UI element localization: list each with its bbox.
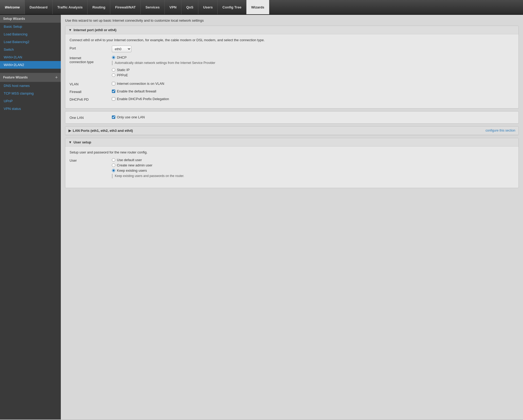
dhcp-helper-text: Automatically obtain network settings fr… xyxy=(115,61,215,65)
nav-traffic-analysis[interactable]: Traffic Analysis xyxy=(53,0,88,14)
nav-services[interactable]: Services xyxy=(141,0,165,14)
use-default-option: Use default user xyxy=(112,158,514,162)
setup-wizards-header: Setup Wizards xyxy=(0,15,61,23)
port-label: Port xyxy=(70,46,112,50)
one-lan-body: One LAN Only use one LAN xyxy=(65,111,519,123)
port-control: eth0 eth1 eth2 eth3 eth4 xyxy=(112,46,514,52)
one-lan-label: One LAN xyxy=(70,115,112,120)
one-lan-section: One LAN Only use one LAN xyxy=(65,111,519,124)
sidebar-item-basic-setup[interactable]: Basic Setup xyxy=(0,23,61,30)
use-default-label: Use default user xyxy=(117,158,142,162)
internet-port-title-area: ▼ Internet port (eth0 or eth4) xyxy=(68,28,116,32)
sidebar-item-switch[interactable]: Switch xyxy=(0,46,61,53)
pppoe-label: PPPoE xyxy=(117,73,128,77)
dhcpv6-control: Enable DHCPv6 Prefix Delegation xyxy=(112,97,514,101)
keep-existing-helper-line xyxy=(112,174,113,178)
internet-port-body: Connect eth0 or eth4 to your Internet co… xyxy=(65,34,519,108)
user-label: User xyxy=(70,158,112,162)
firewall-checkbox-label: Enable the default firewall xyxy=(117,89,156,93)
sidebar-item-upnp[interactable]: UPnP xyxy=(0,97,61,105)
lan-ports-header[interactable]: ▶ LAN Ports (eth1, eth2, eth3 and eth4) … xyxy=(65,127,519,135)
dhcp-option: DHCP xyxy=(112,55,514,59)
dhcpv6-row: DHCPv6 PD Enable DHCPv6 Prefix Delegatio… xyxy=(70,97,514,101)
feature-wizards-add-icon[interactable]: + xyxy=(55,75,58,80)
firewall-label: Firewall xyxy=(70,89,112,94)
content-area: Use this wizard to set up basic Internet… xyxy=(61,15,523,419)
firewall-control: Enable the default firewall xyxy=(112,89,514,93)
one-lan-row: One LAN Only use one LAN xyxy=(70,115,514,120)
dhcpv6-checkbox[interactable] xyxy=(112,97,115,101)
user-control: Use default user Create new admin user K… xyxy=(112,158,514,181)
connection-type-row: Internetconnection type DHCP Automatical… xyxy=(70,55,514,78)
pppoe-radio[interactable] xyxy=(112,73,115,77)
dhcp-radio[interactable] xyxy=(112,56,115,59)
user-setup-triangle-icon: ▼ xyxy=(68,140,72,144)
sidebar-item-wan2lan[interactable]: WAN+2LAN xyxy=(0,53,61,61)
use-default-radio[interactable] xyxy=(112,158,115,162)
create-new-option: Create new admin user xyxy=(112,163,514,167)
pppoe-option: PPPoE xyxy=(112,73,514,77)
vlan-row: VLAN Internet connection is on VLAN xyxy=(70,82,514,86)
nav-dashboard[interactable]: Dashboard xyxy=(25,0,53,14)
top-navigation: Welcome Dashboard Traffic Analysis Routi… xyxy=(0,0,523,15)
intro-text: Use this wizard to set up basic Internet… xyxy=(65,18,519,22)
user-row: User Use default user Create new admin u… xyxy=(70,158,514,181)
firewall-checkbox-option: Enable the default firewall xyxy=(112,89,514,93)
sidebar-item-load-balancing[interactable]: Load Balancing xyxy=(0,30,61,38)
one-lan-checkbox-option: Only use one LAN xyxy=(112,115,514,119)
one-lan-checkbox[interactable] xyxy=(112,115,115,119)
internet-port-section: ▼ Internet port (eth0 or eth4) Connect e… xyxy=(65,26,519,109)
connection-type-label: Internetconnection type xyxy=(70,55,112,64)
sidebar-item-wan2lan2[interactable]: WAN+2LAN2 xyxy=(0,61,61,69)
keep-existing-label: Keep existing users xyxy=(117,169,147,172)
user-setup-header[interactable]: ▼ User setup xyxy=(65,138,519,147)
keep-existing-helper-block: Keep existing users and passwords on the… xyxy=(112,174,514,178)
firewall-row: Firewall Enable the default firewall xyxy=(70,89,514,94)
static-ip-option: Static IP xyxy=(112,68,514,72)
nav-welcome[interactable]: Welcome xyxy=(0,0,25,14)
sidebar-item-tcp-mss-clamping[interactable]: TCP MSS clamping xyxy=(0,90,61,97)
sidebar-item-dns-host-names[interactable]: DNS host names xyxy=(0,82,61,90)
user-setup-title: User setup xyxy=(74,140,91,144)
configure-section-link[interactable]: configure this section xyxy=(485,129,515,132)
dhcp-helper-line xyxy=(112,61,113,65)
one-lan-checkbox-label: Only use one LAN xyxy=(117,115,145,119)
create-new-radio[interactable] xyxy=(112,164,115,167)
user-setup-description: Setup user and password for the new rout… xyxy=(70,150,514,154)
static-ip-radio[interactable] xyxy=(112,68,115,72)
vlan-checkbox[interactable] xyxy=(112,82,115,85)
port-row: Port eth0 eth1 eth2 eth3 eth4 xyxy=(70,46,514,52)
one-lan-control: Only use one LAN xyxy=(112,115,514,119)
nav-vpn[interactable]: VPN xyxy=(165,0,182,14)
sidebar-item-load-balancing2[interactable]: Load Balancing2 xyxy=(0,38,61,46)
create-new-label: Create new admin user xyxy=(117,163,152,167)
main-layout: Setup Wizards Basic Setup Load Balancing… xyxy=(0,15,523,419)
keep-existing-helper-text: Keep existing users and passwords on the… xyxy=(115,174,184,178)
vlan-checkbox-option: Internet connection is on VLAN xyxy=(112,82,514,86)
nav-users[interactable]: Users xyxy=(198,0,218,14)
setup-wizards-label: Setup Wizards xyxy=(3,17,25,21)
connection-type-control: DHCP Automatically obtain network settin… xyxy=(112,55,514,78)
firewall-checkbox[interactable] xyxy=(112,90,115,93)
user-setup-title-area: ▼ User setup xyxy=(68,140,91,144)
nav-config-tree[interactable]: Config Tree xyxy=(218,0,246,14)
nav-firewall-nat[interactable]: Firewall/NAT xyxy=(110,0,141,14)
vlan-checkbox-label: Internet connection is on VLAN xyxy=(117,82,164,86)
user-setup-body: Setup user and password for the new rout… xyxy=(65,147,519,188)
vlan-control: Internet connection is on VLAN xyxy=(112,82,514,86)
internet-port-description: Connect eth0 or eth4 to your Internet co… xyxy=(70,38,514,42)
internet-port-header[interactable]: ▼ Internet port (eth0 or eth4) xyxy=(65,26,519,34)
dhcpv6-label: DHCPv6 PD xyxy=(70,97,112,101)
nav-qos[interactable]: QoS xyxy=(181,0,198,14)
sidebar: Setup Wizards Basic Setup Load Balancing… xyxy=(0,15,61,419)
lan-ports-title-area: ▶ LAN Ports (eth1, eth2, eth3 and eth4) xyxy=(68,129,133,133)
sidebar-item-vpn-status[interactable]: VPN status xyxy=(0,105,61,113)
nav-wizards[interactable]: Wizards xyxy=(246,0,269,14)
lan-ports-triangle-icon: ▶ xyxy=(68,129,71,133)
nav-routing[interactable]: Routing xyxy=(88,0,110,14)
dhcp-label: DHCP xyxy=(117,55,127,59)
keep-existing-radio[interactable] xyxy=(112,169,115,172)
port-select[interactable]: eth0 eth1 eth2 eth3 eth4 xyxy=(112,46,131,52)
lan-ports-title: LAN Ports (eth1, eth2, eth3 and eth4) xyxy=(73,129,133,133)
dhcp-helper-block: Automatically obtain network settings fr… xyxy=(112,61,514,65)
